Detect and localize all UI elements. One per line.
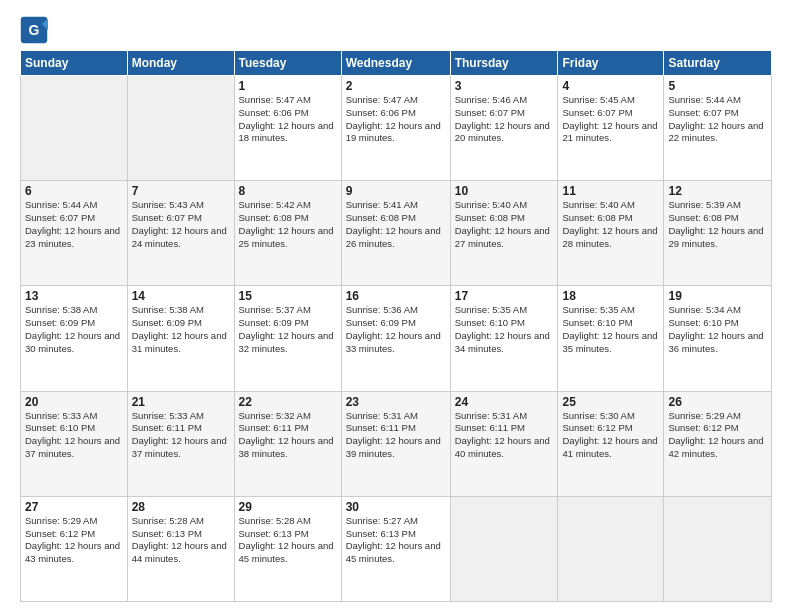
week-row-2: 6Sunrise: 5:44 AM Sunset: 6:07 PM Daylig… <box>21 181 772 286</box>
day-cell: 28Sunrise: 5:28 AM Sunset: 6:13 PM Dayli… <box>127 496 234 601</box>
day-cell: 17Sunrise: 5:35 AM Sunset: 6:10 PM Dayli… <box>450 286 558 391</box>
day-cell: 6Sunrise: 5:44 AM Sunset: 6:07 PM Daylig… <box>21 181 128 286</box>
day-number: 3 <box>455 79 554 93</box>
week-row-3: 13Sunrise: 5:38 AM Sunset: 6:09 PM Dayli… <box>21 286 772 391</box>
page: G SundayMondayTuesdayWednesdayThursdayFr… <box>0 0 792 612</box>
day-number: 24 <box>455 395 554 409</box>
day-cell: 11Sunrise: 5:40 AM Sunset: 6:08 PM Dayli… <box>558 181 664 286</box>
day-info: Sunrise: 5:33 AM Sunset: 6:11 PM Dayligh… <box>132 410 230 461</box>
day-number: 5 <box>668 79 767 93</box>
day-number: 30 <box>346 500 446 514</box>
week-row-1: 1Sunrise: 5:47 AM Sunset: 6:06 PM Daylig… <box>21 76 772 181</box>
weekday-header-saturday: Saturday <box>664 51 772 76</box>
header: G <box>20 16 772 44</box>
day-info: Sunrise: 5:28 AM Sunset: 6:13 PM Dayligh… <box>239 515 337 566</box>
day-cell: 12Sunrise: 5:39 AM Sunset: 6:08 PM Dayli… <box>664 181 772 286</box>
day-cell: 23Sunrise: 5:31 AM Sunset: 6:11 PM Dayli… <box>341 391 450 496</box>
day-cell: 14Sunrise: 5:38 AM Sunset: 6:09 PM Dayli… <box>127 286 234 391</box>
day-info: Sunrise: 5:33 AM Sunset: 6:10 PM Dayligh… <box>25 410 123 461</box>
day-cell: 26Sunrise: 5:29 AM Sunset: 6:12 PM Dayli… <box>664 391 772 496</box>
logo-icon: G <box>20 16 48 44</box>
day-number: 17 <box>455 289 554 303</box>
day-number: 15 <box>239 289 337 303</box>
day-info: Sunrise: 5:30 AM Sunset: 6:12 PM Dayligh… <box>562 410 659 461</box>
day-info: Sunrise: 5:43 AM Sunset: 6:07 PM Dayligh… <box>132 199 230 250</box>
day-info: Sunrise: 5:29 AM Sunset: 6:12 PM Dayligh… <box>668 410 767 461</box>
day-number: 26 <box>668 395 767 409</box>
day-number: 19 <box>668 289 767 303</box>
day-info: Sunrise: 5:36 AM Sunset: 6:09 PM Dayligh… <box>346 304 446 355</box>
day-info: Sunrise: 5:34 AM Sunset: 6:10 PM Dayligh… <box>668 304 767 355</box>
day-cell <box>21 76 128 181</box>
day-number: 2 <box>346 79 446 93</box>
day-number: 1 <box>239 79 337 93</box>
week-row-5: 27Sunrise: 5:29 AM Sunset: 6:12 PM Dayli… <box>21 496 772 601</box>
day-cell <box>558 496 664 601</box>
day-cell <box>450 496 558 601</box>
logo: G <box>20 16 52 44</box>
day-number: 6 <box>25 184 123 198</box>
weekday-row: SundayMondayTuesdayWednesdayThursdayFrid… <box>21 51 772 76</box>
day-number: 22 <box>239 395 337 409</box>
day-number: 18 <box>562 289 659 303</box>
day-number: 7 <box>132 184 230 198</box>
day-cell: 2Sunrise: 5:47 AM Sunset: 6:06 PM Daylig… <box>341 76 450 181</box>
day-info: Sunrise: 5:44 AM Sunset: 6:07 PM Dayligh… <box>25 199 123 250</box>
day-cell <box>664 496 772 601</box>
day-cell: 27Sunrise: 5:29 AM Sunset: 6:12 PM Dayli… <box>21 496 128 601</box>
day-cell: 9Sunrise: 5:41 AM Sunset: 6:08 PM Daylig… <box>341 181 450 286</box>
day-cell: 4Sunrise: 5:45 AM Sunset: 6:07 PM Daylig… <box>558 76 664 181</box>
weekday-header-friday: Friday <box>558 51 664 76</box>
day-number: 9 <box>346 184 446 198</box>
day-number: 29 <box>239 500 337 514</box>
day-number: 28 <box>132 500 230 514</box>
calendar-table: SundayMondayTuesdayWednesdayThursdayFrid… <box>20 50 772 602</box>
day-number: 20 <box>25 395 123 409</box>
calendar-body: 1Sunrise: 5:47 AM Sunset: 6:06 PM Daylig… <box>21 76 772 602</box>
day-info: Sunrise: 5:47 AM Sunset: 6:06 PM Dayligh… <box>239 94 337 145</box>
day-number: 21 <box>132 395 230 409</box>
day-cell <box>127 76 234 181</box>
day-info: Sunrise: 5:32 AM Sunset: 6:11 PM Dayligh… <box>239 410 337 461</box>
calendar-header: SundayMondayTuesdayWednesdayThursdayFrid… <box>21 51 772 76</box>
day-number: 10 <box>455 184 554 198</box>
day-info: Sunrise: 5:28 AM Sunset: 6:13 PM Dayligh… <box>132 515 230 566</box>
day-info: Sunrise: 5:38 AM Sunset: 6:09 PM Dayligh… <box>25 304 123 355</box>
week-row-4: 20Sunrise: 5:33 AM Sunset: 6:10 PM Dayli… <box>21 391 772 496</box>
day-number: 25 <box>562 395 659 409</box>
day-cell: 29Sunrise: 5:28 AM Sunset: 6:13 PM Dayli… <box>234 496 341 601</box>
day-cell: 5Sunrise: 5:44 AM Sunset: 6:07 PM Daylig… <box>664 76 772 181</box>
day-cell: 8Sunrise: 5:42 AM Sunset: 6:08 PM Daylig… <box>234 181 341 286</box>
day-number: 16 <box>346 289 446 303</box>
day-info: Sunrise: 5:27 AM Sunset: 6:13 PM Dayligh… <box>346 515 446 566</box>
day-cell: 7Sunrise: 5:43 AM Sunset: 6:07 PM Daylig… <box>127 181 234 286</box>
day-number: 12 <box>668 184 767 198</box>
day-info: Sunrise: 5:35 AM Sunset: 6:10 PM Dayligh… <box>455 304 554 355</box>
day-cell: 13Sunrise: 5:38 AM Sunset: 6:09 PM Dayli… <box>21 286 128 391</box>
day-info: Sunrise: 5:40 AM Sunset: 6:08 PM Dayligh… <box>562 199 659 250</box>
weekday-header-monday: Monday <box>127 51 234 76</box>
day-number: 13 <box>25 289 123 303</box>
day-info: Sunrise: 5:42 AM Sunset: 6:08 PM Dayligh… <box>239 199 337 250</box>
day-info: Sunrise: 5:46 AM Sunset: 6:07 PM Dayligh… <box>455 94 554 145</box>
day-info: Sunrise: 5:29 AM Sunset: 6:12 PM Dayligh… <box>25 515 123 566</box>
day-cell: 16Sunrise: 5:36 AM Sunset: 6:09 PM Dayli… <box>341 286 450 391</box>
day-number: 27 <box>25 500 123 514</box>
day-info: Sunrise: 5:39 AM Sunset: 6:08 PM Dayligh… <box>668 199 767 250</box>
day-cell: 3Sunrise: 5:46 AM Sunset: 6:07 PM Daylig… <box>450 76 558 181</box>
weekday-header-sunday: Sunday <box>21 51 128 76</box>
day-info: Sunrise: 5:47 AM Sunset: 6:06 PM Dayligh… <box>346 94 446 145</box>
day-number: 14 <box>132 289 230 303</box>
day-info: Sunrise: 5:44 AM Sunset: 6:07 PM Dayligh… <box>668 94 767 145</box>
day-info: Sunrise: 5:31 AM Sunset: 6:11 PM Dayligh… <box>455 410 554 461</box>
day-cell: 24Sunrise: 5:31 AM Sunset: 6:11 PM Dayli… <box>450 391 558 496</box>
day-info: Sunrise: 5:38 AM Sunset: 6:09 PM Dayligh… <box>132 304 230 355</box>
day-info: Sunrise: 5:45 AM Sunset: 6:07 PM Dayligh… <box>562 94 659 145</box>
day-cell: 15Sunrise: 5:37 AM Sunset: 6:09 PM Dayli… <box>234 286 341 391</box>
day-info: Sunrise: 5:31 AM Sunset: 6:11 PM Dayligh… <box>346 410 446 461</box>
day-cell: 1Sunrise: 5:47 AM Sunset: 6:06 PM Daylig… <box>234 76 341 181</box>
day-cell: 10Sunrise: 5:40 AM Sunset: 6:08 PM Dayli… <box>450 181 558 286</box>
day-number: 11 <box>562 184 659 198</box>
day-info: Sunrise: 5:40 AM Sunset: 6:08 PM Dayligh… <box>455 199 554 250</box>
day-info: Sunrise: 5:35 AM Sunset: 6:10 PM Dayligh… <box>562 304 659 355</box>
